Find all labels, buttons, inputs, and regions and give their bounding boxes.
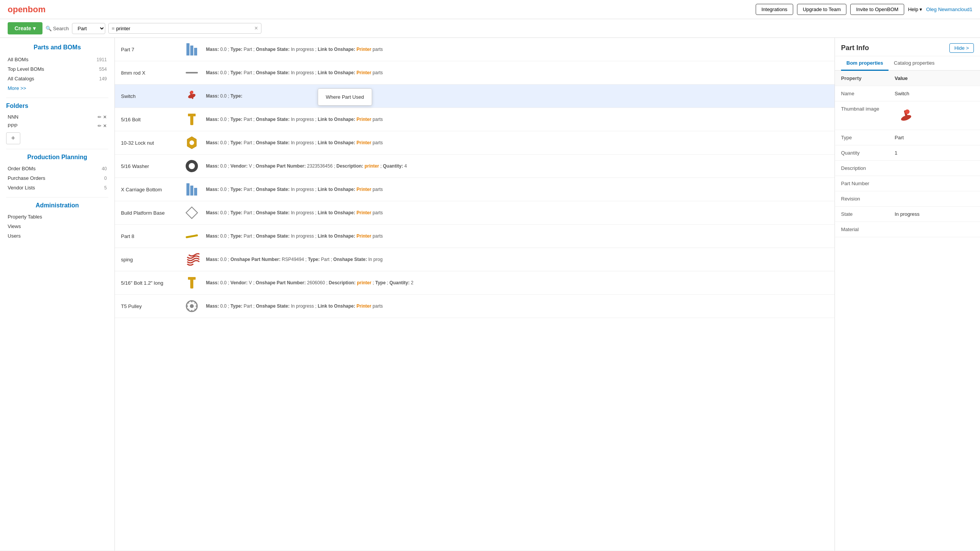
delete-folder-nnn-icon[interactable]: ✕ bbox=[103, 114, 107, 120]
main-layout: Parts and BOMs All BOMs 1911 Top Level B… bbox=[0, 38, 980, 551]
part-thumbnail bbox=[182, 158, 201, 174]
part-row[interactable]: 5/16 Bolt Mass: 0.0 ; Type: Part ; Onsha… bbox=[115, 108, 835, 131]
hide-button[interactable]: Hide > bbox=[949, 43, 974, 53]
edit-folder-nnn-icon[interactable]: ✏ bbox=[98, 114, 101, 120]
delete-folder-ppp-icon[interactable]: ✕ bbox=[103, 123, 107, 129]
part-details: Mass: 0.0 ; Type: Part ; Onshape State: … bbox=[206, 139, 828, 146]
part-details: Mass: 0.0 ; Vendor: V ; Onshape Part Num… bbox=[206, 279, 828, 286]
sidebar: Parts and BOMs All BOMs 1911 Top Level B… bbox=[0, 38, 115, 551]
part-details: Mass: 0.0 ; Type: Part ; Onshape State: … bbox=[206, 186, 828, 193]
sidebar-divider-1 bbox=[6, 98, 108, 98]
part-details: Mass: 0.0 ; Vendor: V ; Onshape Part Num… bbox=[206, 163, 828, 170]
admin-nav: Property Tables Views Users bbox=[6, 212, 108, 241]
edit-folder-ppp-icon[interactable]: ✏ bbox=[98, 123, 101, 129]
help-button[interactable]: Help ▾ bbox=[908, 7, 922, 12]
tab-catalog-properties[interactable]: Catalog properties bbox=[889, 56, 940, 71]
where-part-used-menu-item[interactable]: Where Part Used bbox=[318, 91, 372, 103]
folder-item-ppp: PPP ✏ ✕ bbox=[6, 121, 108, 130]
svg-point-21 bbox=[190, 304, 194, 308]
clear-search-button[interactable]: × bbox=[254, 25, 258, 32]
part-row[interactable]: Build Platform Base Mass: 0.0 ; Type: Pa… bbox=[115, 201, 835, 225]
header: openbom Integrations Upgrade to Team Inv… bbox=[0, 0, 980, 19]
part-row[interactable]: Part 7 Mass: 0.0 ; Type: Part ; Onshape … bbox=[115, 38, 835, 61]
svg-point-12 bbox=[189, 163, 195, 169]
part-thumbnail bbox=[182, 298, 201, 314]
filter-icon: ≡ bbox=[112, 26, 115, 31]
part-info-row: Type Part bbox=[835, 130, 980, 145]
upgrade-button[interactable]: Upgrade to Team bbox=[797, 4, 847, 15]
part-info-header-row: Property Value bbox=[835, 71, 980, 86]
svg-marker-16 bbox=[186, 207, 198, 218]
svg-rect-13 bbox=[186, 183, 189, 196]
svg-rect-3 bbox=[186, 72, 198, 73]
part-name: 5/16 Washer bbox=[121, 163, 182, 169]
part-row[interactable]: 8mm rod X Mass: 0.0 ; Type: Part ; Onsha… bbox=[115, 61, 835, 85]
add-folder-button[interactable]: + bbox=[6, 132, 20, 144]
part-info-row: State In progress bbox=[835, 207, 980, 222]
part-row[interactable]: Switch Mass: 0.0 ; Type: Where Part Used bbox=[115, 85, 835, 108]
integrations-button[interactable]: Integrations bbox=[756, 4, 793, 15]
svg-rect-17 bbox=[186, 234, 198, 238]
part-row[interactable]: T5 Pulley Mass: 0.0 ; Type: Part ; Onsha… bbox=[115, 295, 835, 318]
search-label: 🔍 Search bbox=[46, 26, 69, 31]
sidebar-item-order-boms[interactable]: Order BOMs 40 bbox=[6, 164, 108, 173]
logo: openbom bbox=[8, 5, 46, 15]
search-input-wrap: ≡ × bbox=[108, 23, 261, 34]
tab-bom-properties[interactable]: Bom properties bbox=[841, 56, 889, 71]
part-info-row: Revision bbox=[835, 191, 980, 207]
sidebar-divider-3 bbox=[6, 197, 108, 197]
part-row[interactable]: 10-32 Lock nut Mass: 0.0 ; Type: Part ; … bbox=[115, 131, 835, 155]
part-name: Build Platform Base bbox=[121, 210, 182, 216]
part-details: Mass: 0.0 ; Type: Part ; Onshape State: … bbox=[206, 69, 828, 76]
sidebar-item-purchase-orders[interactable]: Purchase Orders 0 bbox=[6, 173, 108, 183]
part-thumbnail bbox=[182, 112, 201, 127]
part-thumbnail bbox=[182, 182, 201, 197]
part-details: Mass: 0.0 ; Type: Part ; Onshape State: … bbox=[206, 303, 828, 310]
sidebar-item-all-catalogs[interactable]: All Catalogs 149 bbox=[6, 74, 108, 83]
sidebar-item-property-tables[interactable]: Property Tables bbox=[6, 212, 108, 222]
part-info-row: Name Switch bbox=[835, 86, 980, 101]
svg-point-10 bbox=[189, 140, 194, 145]
sidebar-item-vendor-lists[interactable]: Vendor Lists 5 bbox=[6, 183, 108, 192]
part-thumbnail bbox=[182, 228, 201, 244]
invite-button[interactable]: Invite to OpenBOM bbox=[850, 4, 904, 15]
part-name: X Carriage Bottom bbox=[121, 187, 182, 192]
svg-line-28 bbox=[194, 302, 196, 303]
part-info-title: Part Info bbox=[841, 44, 869, 52]
part-thumbnail bbox=[182, 42, 201, 57]
folders-header: Folders bbox=[6, 103, 108, 109]
part-details: Mass: 0.0 ; Type: Part ; Onshape State: … bbox=[206, 116, 828, 123]
folders-title: Folders bbox=[6, 103, 28, 109]
search-type-select[interactable]: Part BOM Catalog bbox=[72, 23, 105, 34]
part-details: Mass: 0.0 ; Type: Part ; Onshape State: … bbox=[206, 209, 828, 216]
part-info-tabs: Bom properties Catalog properties bbox=[835, 56, 980, 71]
sidebar-item-views[interactable]: Views bbox=[6, 222, 108, 231]
part-name: 8mm rod X bbox=[121, 70, 182, 76]
sidebar-item-top-level-boms[interactable]: Top Level BOMs 554 bbox=[6, 64, 108, 74]
part-thumbnail bbox=[182, 275, 201, 290]
part-details: Mass: 0.0 ; Type: Part ; Onshape State: … bbox=[206, 233, 828, 240]
part-row[interactable]: 5/16 Washer Mass: 0.0 ; Vendor: V ; Onsh… bbox=[115, 155, 835, 178]
sidebar-more-link[interactable]: More >> bbox=[6, 83, 108, 93]
part-name: T5 Pulley bbox=[121, 303, 182, 309]
part-info-row: Quantity 1 bbox=[835, 145, 980, 161]
svg-rect-2 bbox=[194, 48, 197, 55]
part-row[interactable]: Part 8 Mass: 0.0 ; Type: Part ; Onshape … bbox=[115, 225, 835, 248]
svg-rect-15 bbox=[194, 188, 197, 196]
part-thumbnail bbox=[182, 65, 201, 80]
search-input[interactable] bbox=[116, 26, 254, 31]
sidebar-item-all-boms[interactable]: All BOMs 1911 bbox=[6, 55, 108, 64]
create-button[interactable]: Create ▾ bbox=[8, 22, 42, 34]
part-row[interactable]: sping Mass: 0.0 ; Onshape Part Number: R… bbox=[115, 248, 835, 271]
part-thumbnail bbox=[182, 135, 201, 150]
part-name: 5/16 Bolt bbox=[121, 117, 182, 122]
part-info-row: Material bbox=[835, 222, 980, 237]
sidebar-item-users[interactable]: Users bbox=[6, 231, 108, 241]
context-menu: Where Part Used bbox=[318, 88, 372, 106]
part-row[interactable]: X Carriage Bottom Mass: 0.0 ; Type: Part… bbox=[115, 178, 835, 201]
svg-rect-0 bbox=[186, 43, 189, 55]
part-info-header: Part Info Hide > bbox=[835, 38, 980, 56]
part-row[interactable]: 5/16" Bolt 1.2" long Mass: 0.0 ; Vendor:… bbox=[115, 271, 835, 295]
svg-line-26 bbox=[188, 302, 189, 303]
production-nav: Order BOMs 40 Purchase Orders 0 Vendor L… bbox=[6, 164, 108, 192]
